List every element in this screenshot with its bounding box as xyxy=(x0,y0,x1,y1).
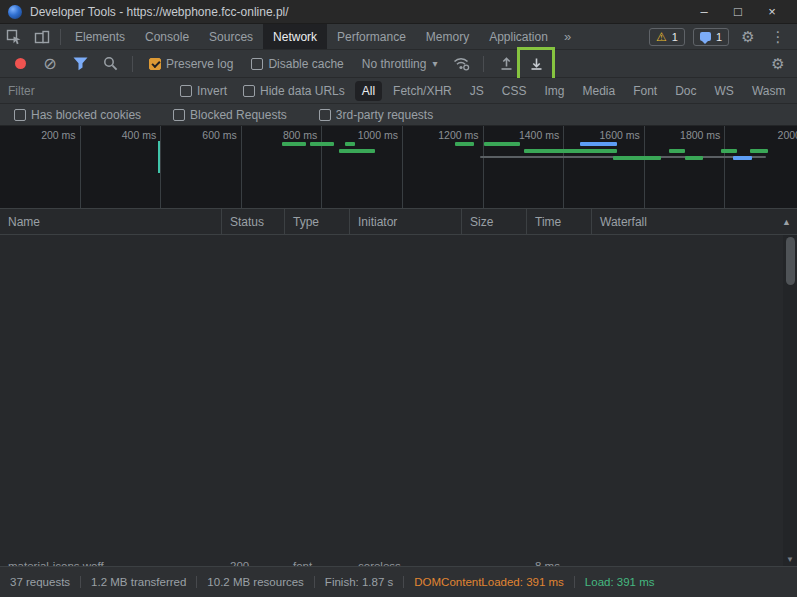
filter-type-css[interactable]: CSS xyxy=(495,81,534,101)
column-header-status[interactable]: Status xyxy=(222,209,285,234)
timeline-activity-bar xyxy=(613,156,661,160)
hide-data-urls-label: Hide data URLs xyxy=(260,84,345,98)
import-har-button[interactable] xyxy=(494,52,518,76)
kebab-menu-icon[interactable]: ⋮ xyxy=(767,28,789,46)
blocked-requests-label: Blocked Requests xyxy=(190,108,287,122)
devtools-tabbar: Elements Console Sources Network Perform… xyxy=(0,24,797,50)
tab-network[interactable]: Network xyxy=(263,24,327,49)
filter-type-img[interactable]: Img xyxy=(537,81,571,101)
chevron-down-icon: ▾ xyxy=(432,58,437,69)
filter-type-fetch-xhr[interactable]: Fetch/XHR xyxy=(386,81,459,101)
checkbox-icon xyxy=(180,85,192,97)
devtools-app-icon xyxy=(8,5,22,19)
has-blocked-cookies-checkbox[interactable]: Has blocked cookies xyxy=(14,108,141,122)
export-har-button[interactable] xyxy=(524,52,548,76)
table-row[interactable]: material-icons.woff... 200 font coreless… xyxy=(0,555,783,566)
filter-type-media[interactable]: Media xyxy=(575,81,622,101)
filter-toggle-button[interactable] xyxy=(68,52,92,76)
requests-table-body: material-icons.woff... 200 font coreless… xyxy=(0,235,797,566)
funnel-icon xyxy=(73,57,88,71)
tab-elements[interactable]: Elements xyxy=(65,24,135,49)
third-party-requests-checkbox[interactable]: 3rd-party requests xyxy=(319,108,433,122)
clear-network-log-button[interactable]: ⊘ xyxy=(38,52,62,76)
messages-badge[interactable]: 1 xyxy=(693,28,729,46)
inspect-element-icon[interactable] xyxy=(0,24,28,49)
blocked-requests-checkbox[interactable]: Blocked Requests xyxy=(173,108,287,122)
network-conditions-icon xyxy=(453,56,470,71)
filter-type-ws[interactable]: WS xyxy=(708,81,741,101)
scroll-down-icon[interactable]: ▼ xyxy=(786,555,794,566)
disable-cache-label: Disable cache xyxy=(268,57,343,71)
vertical-scrollbar[interactable]: ▼ xyxy=(783,235,797,566)
column-header-waterfall[interactable]: Waterfall ▲ xyxy=(592,209,797,234)
network-toolbar: ⊘ Preserve log Disable cache No throttli… xyxy=(0,50,797,78)
timeline-activity-bar xyxy=(524,149,617,153)
filter-input[interactable] xyxy=(8,84,158,98)
settings-gear-icon[interactable]: ⚙ xyxy=(737,28,759,46)
timeline-activity-bar xyxy=(669,149,685,153)
tab-application[interactable]: Application xyxy=(479,24,558,49)
timeline-activity-bar xyxy=(750,149,768,153)
disable-cache-checkbox[interactable]: Disable cache xyxy=(251,57,343,71)
timeline-activity-bar xyxy=(733,156,751,160)
record-icon xyxy=(15,58,26,69)
network-filter-row2: Has blocked cookies Blocked Requests 3rd… xyxy=(0,104,797,126)
clear-icon: ⊘ xyxy=(43,54,56,73)
resources-size: 10.2 MB resources xyxy=(196,576,314,588)
network-settings-gear-icon[interactable]: ⚙ xyxy=(767,55,789,73)
minimize-button[interactable]: – xyxy=(687,0,721,24)
message-bubble-icon xyxy=(700,32,711,41)
clipped-request-row: material-icons.woff... 200 font coreless… xyxy=(0,555,783,566)
tab-memory[interactable]: Memory xyxy=(416,24,479,49)
device-toolbar-icon[interactable] xyxy=(28,24,56,49)
hide-data-urls-checkbox[interactable]: Hide data URLs xyxy=(243,84,345,98)
tabbar-right-controls: ⚠ 1 1 ⚙ ⋮ xyxy=(649,24,797,49)
timeline-activity-bar xyxy=(721,149,737,153)
timeline-activity-bar xyxy=(339,149,375,153)
checkbox-checked-icon xyxy=(149,58,161,70)
tab-sources[interactable]: Sources xyxy=(199,24,263,49)
filter-type-js[interactable]: JS xyxy=(463,81,491,101)
timeline-activity-bar xyxy=(310,142,334,146)
window-titlebar: Developer Tools - https://webphone.fcc-o… xyxy=(0,0,797,24)
column-header-size[interactable]: Size xyxy=(462,209,527,234)
import-har-icon xyxy=(499,56,514,71)
window-title: Developer Tools - https://webphone.fcc-o… xyxy=(30,5,289,19)
column-header-name[interactable]: Name xyxy=(0,209,222,234)
filter-type-doc[interactable]: Doc xyxy=(668,81,703,101)
checkbox-icon xyxy=(243,85,255,97)
third-party-requests-label: 3rd-party requests xyxy=(336,108,433,122)
network-conditions-button[interactable] xyxy=(449,52,473,76)
filter-type-font[interactable]: Font xyxy=(626,81,664,101)
dom-content-loaded-time: DOMContentLoaded: 391 ms xyxy=(403,576,574,588)
has-blocked-cookies-label: Has blocked cookies xyxy=(31,108,141,122)
record-network-log-button[interactable] xyxy=(8,52,32,76)
maximize-button[interactable]: □ xyxy=(721,0,755,24)
warnings-badge[interactable]: ⚠ 1 xyxy=(649,28,685,46)
invert-checkbox[interactable]: Invert xyxy=(180,84,227,98)
invert-label: Invert xyxy=(197,84,227,98)
warning-icon: ⚠ xyxy=(656,31,667,43)
column-header-type[interactable]: Type xyxy=(285,209,350,234)
tab-console[interactable]: Console xyxy=(135,24,199,49)
close-button[interactable]: × xyxy=(755,0,789,24)
preserve-log-checkbox[interactable]: Preserve log xyxy=(149,57,233,71)
checkbox-icon xyxy=(319,109,331,121)
timeline-event-line xyxy=(158,141,160,173)
filter-type-wasm[interactable]: Wasm xyxy=(745,81,793,101)
window-controls: – □ × xyxy=(687,0,789,24)
timeline-activity-bar xyxy=(580,142,616,146)
network-filter-bar: Invert Hide data URLs All Fetch/XHR JS C… xyxy=(0,78,797,104)
throttling-dropdown[interactable]: No throttling ▾ xyxy=(362,57,438,71)
column-header-initiator[interactable]: Initiator xyxy=(350,209,462,234)
tab-performance[interactable]: Performance xyxy=(327,24,416,49)
filter-type-all[interactable]: All xyxy=(355,81,382,101)
column-header-time[interactable]: Time xyxy=(527,209,592,234)
search-button[interactable] xyxy=(98,52,122,76)
finish-time: Finish: 1.87 s xyxy=(314,576,403,588)
load-time: Load: 391 ms xyxy=(574,576,665,588)
more-tabs-button[interactable]: » xyxy=(558,24,577,49)
scrollbar-thumb[interactable] xyxy=(786,237,795,285)
search-icon xyxy=(103,56,118,71)
network-overview-timeline[interactable]: 200 ms 400 ms 600 ms 800 ms 1000 ms 1200… xyxy=(0,126,797,209)
